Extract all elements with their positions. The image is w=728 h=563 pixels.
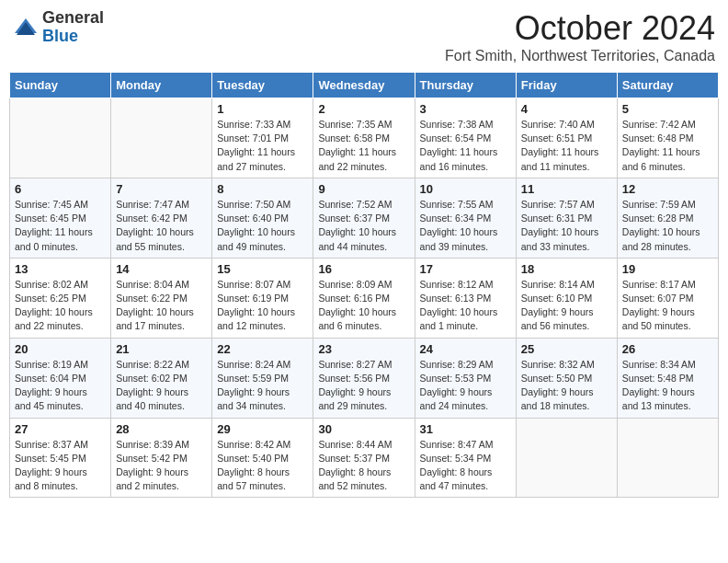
day-detail: Sunrise: 8:22 AMSunset: 6:02 PMDaylight:… bbox=[116, 358, 207, 414]
calendar-cell: 30 Sunrise: 8:44 AMSunset: 5:37 PMDaylig… bbox=[313, 418, 415, 498]
calendar-cell: 23 Sunrise: 8:27 AMSunset: 5:56 PMDaylig… bbox=[313, 338, 415, 418]
day-number: 10 bbox=[420, 182, 511, 196]
weekday-header-row: SundayMondayTuesdayWednesdayThursdayFrid… bbox=[10, 73, 719, 98]
day-number: 26 bbox=[622, 342, 713, 356]
logo-blue-text: Blue bbox=[42, 28, 104, 46]
calendar-cell: 28 Sunrise: 8:39 AMSunset: 5:42 PMDaylig… bbox=[111, 418, 212, 498]
day-detail: Sunrise: 7:55 AMSunset: 6:34 PMDaylight:… bbox=[420, 198, 511, 254]
day-number: 7 bbox=[116, 182, 207, 196]
calendar-cell: 7 Sunrise: 7:47 AMSunset: 6:42 PMDayligh… bbox=[111, 178, 212, 258]
day-number: 13 bbox=[15, 262, 106, 276]
title-block: October 2024 Fort Smith, Northwest Terri… bbox=[445, 9, 715, 64]
day-detail: Sunrise: 8:07 AMSunset: 6:19 PMDaylight:… bbox=[217, 278, 308, 334]
weekday-header-monday: Monday bbox=[111, 73, 212, 98]
weekday-header-saturday: Saturday bbox=[617, 73, 718, 98]
day-number: 9 bbox=[318, 182, 409, 196]
day-number: 23 bbox=[318, 342, 409, 356]
weekday-header-wednesday: Wednesday bbox=[313, 73, 415, 98]
calendar-table: SundayMondayTuesdayWednesdayThursdayFrid… bbox=[9, 72, 719, 498]
calendar-week-3: 13 Sunrise: 8:02 AMSunset: 6:25 PMDaylig… bbox=[10, 258, 719, 338]
day-detail: Sunrise: 8:02 AMSunset: 6:25 PMDaylight:… bbox=[15, 278, 106, 334]
calendar-cell: 11 Sunrise: 7:57 AMSunset: 6:31 PMDaylig… bbox=[516, 178, 617, 258]
logo-text: General Blue bbox=[42, 9, 104, 46]
day-detail: Sunrise: 8:12 AMSunset: 6:13 PMDaylight:… bbox=[420, 278, 511, 334]
calendar-cell: 6 Sunrise: 7:45 AMSunset: 6:45 PMDayligh… bbox=[10, 178, 111, 258]
day-detail: Sunrise: 7:50 AMSunset: 6:40 PMDaylight:… bbox=[217, 198, 308, 254]
day-detail: Sunrise: 7:33 AMSunset: 7:01 PMDaylight:… bbox=[217, 118, 308, 174]
day-number: 18 bbox=[521, 262, 612, 276]
day-number: 20 bbox=[15, 342, 106, 356]
day-number: 16 bbox=[318, 262, 409, 276]
calendar-cell: 12 Sunrise: 7:59 AMSunset: 6:28 PMDaylig… bbox=[617, 178, 718, 258]
page-header: General Blue October 2024 Fort Smith, No… bbox=[9, 9, 719, 64]
month-title: October 2024 bbox=[445, 9, 715, 48]
calendar-cell bbox=[10, 98, 111, 178]
logo-icon bbox=[13, 15, 39, 40]
calendar-cell: 9 Sunrise: 7:52 AMSunset: 6:37 PMDayligh… bbox=[313, 178, 415, 258]
day-number: 8 bbox=[217, 182, 308, 196]
day-detail: Sunrise: 7:45 AMSunset: 6:45 PMDaylight:… bbox=[15, 198, 106, 254]
day-number: 19 bbox=[622, 262, 713, 276]
calendar-cell: 14 Sunrise: 8:04 AMSunset: 6:22 PMDaylig… bbox=[111, 258, 212, 338]
calendar-cell: 25 Sunrise: 8:32 AMSunset: 5:50 PMDaylig… bbox=[516, 338, 617, 418]
calendar-cell: 2 Sunrise: 7:35 AMSunset: 6:58 PMDayligh… bbox=[313, 98, 415, 178]
day-number: 27 bbox=[15, 422, 106, 436]
logo-general: General bbox=[42, 9, 104, 28]
calendar-cell: 4 Sunrise: 7:40 AMSunset: 6:51 PMDayligh… bbox=[516, 98, 617, 178]
day-detail: Sunrise: 8:04 AMSunset: 6:22 PMDaylight:… bbox=[116, 278, 207, 334]
calendar-cell: 31 Sunrise: 8:47 AMSunset: 5:34 PMDaylig… bbox=[415, 418, 516, 498]
calendar-cell: 5 Sunrise: 7:42 AMSunset: 6:48 PMDayligh… bbox=[617, 98, 718, 178]
day-detail: Sunrise: 8:09 AMSunset: 6:16 PMDaylight:… bbox=[318, 278, 409, 334]
day-number: 14 bbox=[116, 262, 207, 276]
day-detail: Sunrise: 8:37 AMSunset: 5:45 PMDaylight:… bbox=[15, 438, 106, 494]
day-number: 22 bbox=[217, 342, 308, 356]
day-number: 11 bbox=[521, 182, 612, 196]
location-title: Fort Smith, Northwest Territories, Canad… bbox=[445, 48, 715, 64]
day-number: 5 bbox=[622, 102, 713, 116]
calendar-header: SundayMondayTuesdayWednesdayThursdayFrid… bbox=[10, 73, 719, 98]
day-detail: Sunrise: 7:42 AMSunset: 6:48 PMDaylight:… bbox=[622, 118, 713, 174]
day-detail: Sunrise: 8:29 AMSunset: 5:53 PMDaylight:… bbox=[420, 358, 511, 414]
calendar-cell: 3 Sunrise: 7:38 AMSunset: 6:54 PMDayligh… bbox=[415, 98, 516, 178]
day-detail: Sunrise: 8:47 AMSunset: 5:34 PMDaylight:… bbox=[420, 438, 511, 494]
weekday-header-sunday: Sunday bbox=[10, 73, 111, 98]
day-number: 24 bbox=[420, 342, 511, 356]
day-detail: Sunrise: 8:24 AMSunset: 5:59 PMDaylight:… bbox=[217, 358, 308, 414]
day-detail: Sunrise: 8:17 AMSunset: 6:07 PMDaylight:… bbox=[622, 278, 713, 334]
calendar-cell: 15 Sunrise: 8:07 AMSunset: 6:19 PMDaylig… bbox=[212, 258, 313, 338]
weekday-header-tuesday: Tuesday bbox=[212, 73, 313, 98]
logo: General Blue bbox=[13, 9, 104, 46]
calendar-cell: 29 Sunrise: 8:42 AMSunset: 5:40 PMDaylig… bbox=[212, 418, 313, 498]
day-detail: Sunrise: 7:38 AMSunset: 6:54 PMDaylight:… bbox=[420, 118, 511, 174]
day-number: 29 bbox=[217, 422, 308, 436]
day-detail: Sunrise: 7:57 AMSunset: 6:31 PMDaylight:… bbox=[521, 198, 612, 254]
day-number: 21 bbox=[116, 342, 207, 356]
day-detail: Sunrise: 8:27 AMSunset: 5:56 PMDaylight:… bbox=[318, 358, 409, 414]
day-detail: Sunrise: 8:32 AMSunset: 5:50 PMDaylight:… bbox=[521, 358, 612, 414]
calendar-week-1: 1 Sunrise: 7:33 AMSunset: 7:01 PMDayligh… bbox=[10, 98, 719, 178]
day-number: 25 bbox=[521, 342, 612, 356]
calendar-cell bbox=[617, 418, 718, 498]
day-detail: Sunrise: 8:14 AMSunset: 6:10 PMDaylight:… bbox=[521, 278, 612, 334]
day-number: 17 bbox=[420, 262, 511, 276]
calendar-cell: 17 Sunrise: 8:12 AMSunset: 6:13 PMDaylig… bbox=[415, 258, 516, 338]
calendar-cell: 1 Sunrise: 7:33 AMSunset: 7:01 PMDayligh… bbox=[212, 98, 313, 178]
calendar-week-4: 20 Sunrise: 8:19 AMSunset: 6:04 PMDaylig… bbox=[10, 338, 719, 418]
calendar-cell bbox=[516, 418, 617, 498]
weekday-header-thursday: Thursday bbox=[415, 73, 516, 98]
calendar-cell: 16 Sunrise: 8:09 AMSunset: 6:16 PMDaylig… bbox=[313, 258, 415, 338]
calendar-cell: 8 Sunrise: 7:50 AMSunset: 6:40 PMDayligh… bbox=[212, 178, 313, 258]
day-detail: Sunrise: 8:42 AMSunset: 5:40 PMDaylight:… bbox=[217, 438, 308, 494]
day-number: 3 bbox=[420, 102, 511, 116]
day-number: 12 bbox=[622, 182, 713, 196]
day-number: 15 bbox=[217, 262, 308, 276]
day-detail: Sunrise: 7:40 AMSunset: 6:51 PMDaylight:… bbox=[521, 118, 612, 174]
day-number: 30 bbox=[318, 422, 409, 436]
day-number: 28 bbox=[116, 422, 207, 436]
day-detail: Sunrise: 8:34 AMSunset: 5:48 PMDaylight:… bbox=[622, 358, 713, 414]
day-detail: Sunrise: 7:35 AMSunset: 6:58 PMDaylight:… bbox=[318, 118, 409, 174]
calendar-cell: 18 Sunrise: 8:14 AMSunset: 6:10 PMDaylig… bbox=[516, 258, 617, 338]
day-number: 31 bbox=[420, 422, 511, 436]
day-detail: Sunrise: 8:19 AMSunset: 6:04 PMDaylight:… bbox=[15, 358, 106, 414]
calendar-cell bbox=[111, 98, 212, 178]
